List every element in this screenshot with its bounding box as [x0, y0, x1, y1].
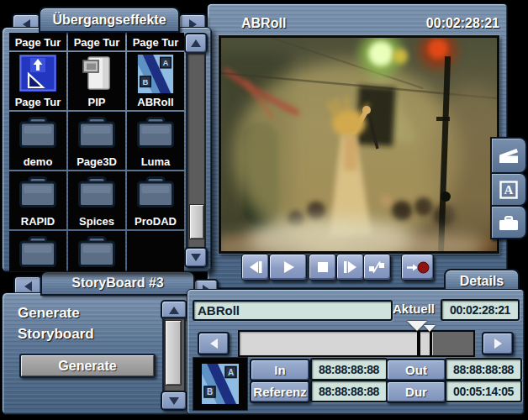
effect-tile-partial[interactable] — [127, 231, 184, 272]
tile-label: ProDAD — [127, 215, 184, 228]
play-button[interactable] — [269, 254, 307, 281]
up-arrow-icon — [169, 307, 179, 314]
step-forward-button[interactable] — [336, 254, 364, 281]
effect-tile[interactable]: Page Tur — [9, 52, 66, 110]
left-arrow-icon — [24, 281, 32, 291]
side-tab-titling[interactable] — [490, 172, 527, 207]
dur-button[interactable]: Dur — [386, 381, 446, 403]
play-icon — [281, 261, 296, 273]
down-arrow-icon — [191, 254, 201, 261]
generate-button[interactable]: Generate — [19, 354, 156, 378]
preview-panel: ABRoll 00:02:28:21 — [207, 3, 508, 289]
tile-label: demo — [9, 155, 66, 168]
referenz-button[interactable]: Referenz — [250, 381, 310, 403]
effect-tile[interactable]: RAPID — [9, 171, 66, 229]
split-icon — [368, 261, 386, 273]
aktuell-label: Aktuell — [393, 302, 435, 316]
tile-label: Page3D — [68, 155, 125, 168]
folder-icon — [18, 114, 58, 150]
pip-icon — [78, 55, 115, 92]
storyboard-panel: StoryBoard #3 Generate Storyboard Genera… — [2, 269, 212, 417]
step-back-button[interactable] — [241, 254, 269, 281]
trackbar-secondary-marker[interactable] — [430, 332, 432, 355]
stop-button[interactable] — [309, 254, 336, 281]
storyboard-body: Generate Storyboard Generate — [2, 292, 212, 415]
effects-tab[interactable]: Übergangseffekte — [39, 7, 180, 33]
side-tab-record[interactable] — [490, 137, 527, 174]
abroll-icon — [202, 364, 239, 404]
storyboard-caption-line1: Generate — [18, 305, 80, 322]
storyboard-scroll-down-button[interactable] — [161, 391, 187, 411]
referenz-timecode-field[interactable]: 88:88:88:88 — [310, 380, 388, 402]
clip-thumbnail — [193, 357, 248, 411]
abroll-icon — [137, 55, 174, 93]
trackbar-remainder — [433, 332, 473, 355]
clip-name-field[interactable]: ABRoll — [193, 300, 393, 321]
tile-label: Spices — [68, 215, 125, 228]
trackbar-small-handle[interactable] — [424, 325, 436, 332]
in-timecode-field[interactable]: 88:88:88:88 — [310, 358, 388, 381]
storyboard-scrollbar-thumb[interactable] — [165, 320, 182, 386]
aktuell-timecode-field: 00:02:28:21 — [441, 299, 520, 321]
video-preview — [219, 35, 499, 254]
effect-tile[interactable]: Page3D — [68, 112, 125, 170]
effect-tile[interactable]: ProDAD — [127, 171, 184, 229]
effect-tile[interactable]: PIP — [68, 52, 125, 110]
video-frame-art — [221, 38, 497, 251]
trackbar-left-button[interactable] — [198, 332, 230, 355]
preview-timecode: 00:02:28:21 — [426, 16, 499, 31]
folder-icon — [77, 174, 117, 209]
out-timecode-field[interactable]: 88:88:88:88 — [445, 358, 522, 381]
folder-icon — [18, 174, 58, 209]
page-turn-icon — [19, 55, 56, 92]
effects-list-body: Page Tur Page Tur Page Tur Page Tur PIP … — [2, 27, 212, 272]
effect-tile-partial[interactable] — [68, 231, 125, 272]
tile-label: PIP — [68, 96, 125, 108]
right-arrow-icon — [494, 339, 502, 349]
effect-tile[interactable]: ABRoll — [127, 52, 184, 110]
trackbar-position-marker[interactable] — [417, 332, 420, 355]
tile-label: Page Tur — [9, 96, 66, 108]
tile-label: Page Tur — [68, 36, 125, 49]
folder-icon — [135, 114, 176, 150]
dur-timecode-field[interactable]: 00:05:14:05 — [445, 380, 522, 402]
details-panel: ABRoll Aktuell 00:02:28:21 In 88:88:88:8… — [187, 289, 525, 415]
storyboard-tab[interactable]: StoryBoard #3 — [40, 270, 195, 296]
folder-icon — [18, 234, 58, 269]
clapperboard-icon — [497, 146, 520, 165]
step-forward-icon — [341, 261, 360, 273]
folder-icon — [77, 234, 117, 269]
tile-label: ABRoll — [127, 96, 184, 108]
effects-scroll-up-button[interactable] — [184, 33, 208, 54]
tile-label: Page Tur — [9, 36, 66, 49]
record-button[interactable] — [401, 254, 434, 281]
effects-scroll-down-button[interactable] — [184, 247, 208, 268]
down-arrow-icon — [169, 397, 179, 405]
split-button[interactable] — [363, 254, 391, 281]
trackbar-right-button[interactable] — [482, 332, 514, 355]
effect-tile-partial[interactable]: Page Tur — [9, 33, 66, 50]
effect-tile-partial[interactable]: Page Tur — [127, 33, 184, 50]
in-button[interactable]: In — [250, 359, 310, 381]
effect-tile[interactable]: demo — [9, 112, 66, 170]
effects-panel: Übergangseffekte Page Tur Page Tur Page … — [2, 5, 212, 270]
effect-tile[interactable]: Luma — [127, 112, 184, 170]
record-icon — [405, 261, 430, 274]
side-tab-toolbox[interactable] — [490, 205, 527, 239]
effect-tile-partial[interactable] — [9, 231, 66, 272]
out-button[interactable]: Out — [386, 359, 446, 381]
app-window: A B A ABRoll 00:02:28:21 — [0, 0, 528, 420]
storyboard-caption-line2: Storyboard — [18, 326, 94, 343]
step-back-icon — [246, 261, 265, 273]
effect-tile[interactable]: Spices — [68, 171, 125, 229]
titling-icon — [499, 181, 518, 199]
folder-icon — [135, 174, 176, 209]
trackbar[interactable] — [238, 330, 475, 357]
left-arrow-icon — [210, 339, 218, 349]
effect-tile-partial[interactable]: Page Tur — [68, 33, 125, 50]
preview-title: ABRoll — [241, 16, 286, 31]
toolbox-icon — [498, 214, 520, 231]
tile-label: RAPID — [9, 215, 66, 228]
effects-scrollbar-thumb[interactable] — [189, 204, 204, 239]
folder-icon — [77, 114, 117, 150]
